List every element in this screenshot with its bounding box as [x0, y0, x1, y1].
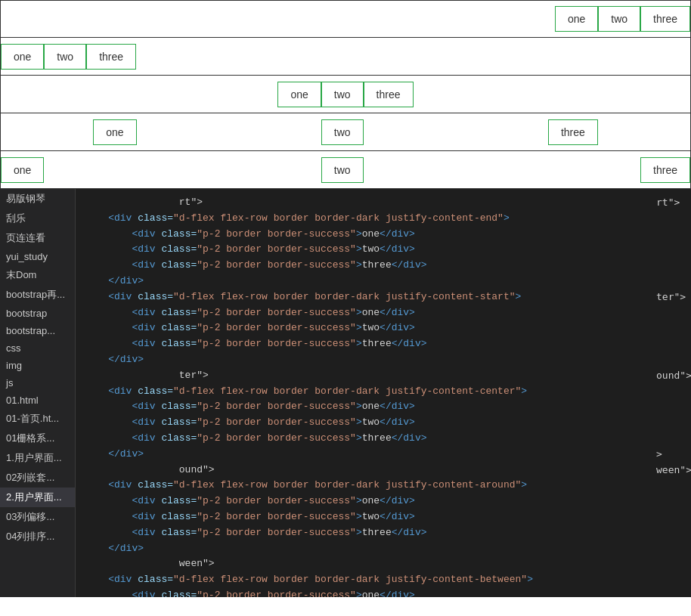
flex-item: three — [364, 82, 414, 107]
row-around: one two three — [0, 113, 691, 151]
flex-item: one — [277, 82, 321, 107]
code-line: <div class="p-2 border border-success">o… — [85, 227, 644, 243]
sidebar-item[interactable]: bootstrap... — [0, 322, 75, 339]
right-line: rt"> — [653, 195, 691, 211]
flex-item: two — [321, 157, 364, 183]
right-line — [653, 274, 691, 289]
preview-area: one two three one two three one two thre… — [0, 0, 691, 189]
code-line: <div class="p-2 border border-success">t… — [85, 258, 644, 274]
flex-item: three — [548, 119, 598, 145]
code-line: ween"> — [85, 556, 644, 572]
right-line — [653, 211, 691, 227]
code-line: <div class="d-flex flex-row border borde… — [85, 478, 644, 494]
right-line — [653, 384, 691, 400]
sidebar-item[interactable]: 1.用户界面... — [0, 448, 75, 468]
sidebar-item[interactable]: 末Dom — [0, 265, 75, 285]
right-line — [653, 242, 691, 258]
right-line: ween"> — [653, 463, 691, 478]
sidebar-item[interactable]: 02列嵌套... — [0, 468, 75, 488]
code-editor[interactable]: rt"> <div class="d-flex flex-row border … — [76, 189, 653, 597]
sidebar-item[interactable]: 刮乐 — [0, 209, 75, 228]
sidebar-item[interactable]: js — [0, 374, 75, 392]
flex-item: three — [640, 157, 690, 183]
code-line: <div class="p-2 border border-success">o… — [85, 588, 644, 597]
sidebar-item[interactable]: bootstrap再... — [0, 285, 75, 305]
code-line: <div class="p-2 border border-success">t… — [85, 336, 644, 352]
code-line: </div> — [85, 352, 644, 368]
sidebar-item[interactable]: bootstrap — [0, 305, 75, 322]
right-line — [653, 336, 691, 352]
sidebar[interactable]: 易版钢琴 刮乐 页连连看 yui_study 末Dom bootstrap再..… — [0, 189, 76, 597]
code-line: <div class="p-2 border border-success">o… — [85, 494, 644, 509]
code-line: <div class="d-flex flex-row border borde… — [85, 289, 644, 305]
code-line: rt"> — [85, 195, 644, 211]
sidebar-item[interactable]: 01-首页.ht... — [0, 409, 75, 429]
code-line: <div class="p-2 border border-success">t… — [85, 431, 644, 447]
right-line — [653, 320, 691, 336]
right-line — [653, 305, 691, 321]
right-line — [653, 352, 691, 368]
code-line: </div> — [85, 541, 644, 557]
right-line — [653, 415, 691, 431]
sidebar-item[interactable]: 04列排序... — [0, 527, 75, 546]
flex-item: one — [1, 157, 44, 183]
flex-item: two — [321, 82, 364, 107]
code-line: <div class="p-2 border border-success">t… — [85, 525, 644, 541]
right-line: ound"> — [653, 368, 691, 384]
right-line — [653, 431, 691, 447]
flex-item: three — [86, 44, 136, 70]
code-line: <div class="p-2 border border-success">t… — [85, 509, 644, 525]
sidebar-item[interactable]: 03列偏移... — [0, 507, 75, 527]
right-panel: rt"> ter"> ound"> > ween"> — [653, 189, 691, 597]
code-line: <div class="d-flex flex-row border borde… — [85, 211, 644, 227]
right-line — [653, 258, 691, 274]
row-end: one two three — [0, 0, 691, 38]
flex-item: one — [555, 6, 598, 32]
flex-item: two — [321, 119, 364, 145]
right-line — [653, 399, 691, 415]
flex-item: one — [1, 44, 44, 70]
flex-item: one — [93, 119, 136, 145]
right-line: ter"> — [653, 289, 691, 305]
sidebar-item[interactable]: 页连连看 — [0, 228, 75, 248]
code-line: <div class="p-2 border border-success">t… — [85, 415, 644, 431]
code-line: <div class="p-2 border border-success">t… — [85, 242, 644, 258]
flex-item: three — [640, 6, 690, 32]
sidebar-item[interactable]: 01.html — [0, 392, 75, 409]
sidebar-item[interactable]: yui_study — [0, 248, 75, 265]
bottom-area: 易版钢琴 刮乐 页连连看 yui_study 末Dom bootstrap再..… — [0, 189, 691, 597]
row-between: one two three — [0, 151, 691, 189]
code-line: <div class="p-2 border border-success">o… — [85, 399, 644, 415]
right-line: > — [653, 447, 691, 463]
code-line: <div class="d-flex flex-row border borde… — [85, 572, 644, 588]
flex-item: two — [598, 6, 640, 32]
code-line: </div> — [85, 447, 644, 463]
code-line: <div class="d-flex flex-row border borde… — [85, 384, 644, 400]
code-line: <div class="p-2 border border-success">t… — [85, 320, 644, 336]
code-line: ound"> — [85, 463, 644, 478]
code-line: </div> — [85, 274, 644, 289]
row-center: one two three — [0, 76, 691, 113]
sidebar-item[interactable]: 01栅格系... — [0, 429, 75, 448]
sidebar-item[interactable]: img — [0, 357, 75, 374]
sidebar-item[interactable]: 易版钢琴 — [0, 189, 75, 209]
row-start: one two three — [0, 38, 691, 76]
sidebar-item[interactable]: css — [0, 339, 75, 357]
flex-item: two — [44, 44, 86, 70]
sidebar-item-active[interactable]: 2.用户界面... — [0, 488, 75, 507]
right-line — [653, 227, 691, 243]
code-line: ter"> — [85, 368, 644, 384]
code-line: <div class="p-2 border border-success">o… — [85, 305, 644, 321]
